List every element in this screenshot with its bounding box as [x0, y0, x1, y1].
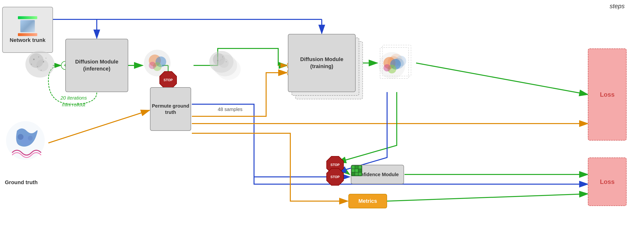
diffusion-inference-box: Diffusion Module (inference): [65, 39, 128, 92]
svg-point-25: [36, 59, 48, 72]
svg-rect-70: [355, 169, 358, 172]
svg-text:STOP: STOP: [330, 163, 340, 167]
svg-point-31: [46, 58, 46, 59]
permute-box: Permute ground truth: [150, 87, 191, 131]
svg-point-26: [33, 59, 34, 60]
green-bar: [18, 16, 37, 19]
ground-truth-protein: [2, 116, 48, 174]
svg-point-51: [216, 58, 241, 80]
svg-point-30: [31, 64, 32, 65]
svg-text:STOP: STOP: [164, 78, 173, 82]
molecule-training-output: [378, 50, 406, 81]
svg-rect-73: [355, 172, 358, 175]
svg-rect-74: [358, 172, 362, 175]
svg-point-37: [149, 62, 156, 69]
noise-cloud-inference: [24, 49, 56, 80]
svg-rect-66: [352, 166, 355, 169]
svg-point-43: [28, 136, 33, 141]
steps-label: steps: [610, 3, 625, 10]
svg-point-42: [18, 134, 24, 140]
svg-rect-68: [358, 166, 362, 169]
noise-cloud-training-3: [215, 56, 242, 82]
iterations-label: 20 iterations mini rollout: [60, 95, 87, 108]
stop-sign-inference: STOP: [158, 70, 178, 90]
diffusion-training-box: Diffusion Module (training): [288, 34, 356, 92]
svg-point-27: [38, 57, 39, 57]
diagram-container: Network trunk steps + Diffusion Module (…: [0, 0, 644, 236]
svg-rect-67: [355, 166, 358, 169]
svg-rect-72: [352, 172, 355, 175]
svg-rect-71: [358, 169, 362, 172]
svg-point-60: [384, 64, 391, 72]
ground-truth-label: Ground truth: [5, 179, 38, 186]
svg-point-32: [41, 70, 42, 71]
svg-point-29: [37, 66, 38, 67]
confidence-module-box: Confidence Module: [351, 165, 404, 184]
orange-bar: [18, 33, 37, 36]
loss-bottom-box: Loss: [588, 157, 626, 206]
svg-text:STOP: STOP: [330, 175, 340, 179]
blue-patch: [20, 20, 35, 32]
svg-point-28: [43, 61, 44, 63]
stop-sign-confidence-blue: STOP: [326, 167, 345, 186]
svg-rect-69: [352, 169, 355, 172]
loss-main-box: Loss: [588, 49, 626, 141]
network-trunk-box: Network trunk: [2, 7, 53, 53]
svg-line-12: [48, 110, 150, 143]
samples-label: 48 samples: [218, 107, 242, 112]
network-trunk-label: Network trunk: [10, 37, 46, 43]
metrics-box: Metrics: [348, 194, 387, 208]
